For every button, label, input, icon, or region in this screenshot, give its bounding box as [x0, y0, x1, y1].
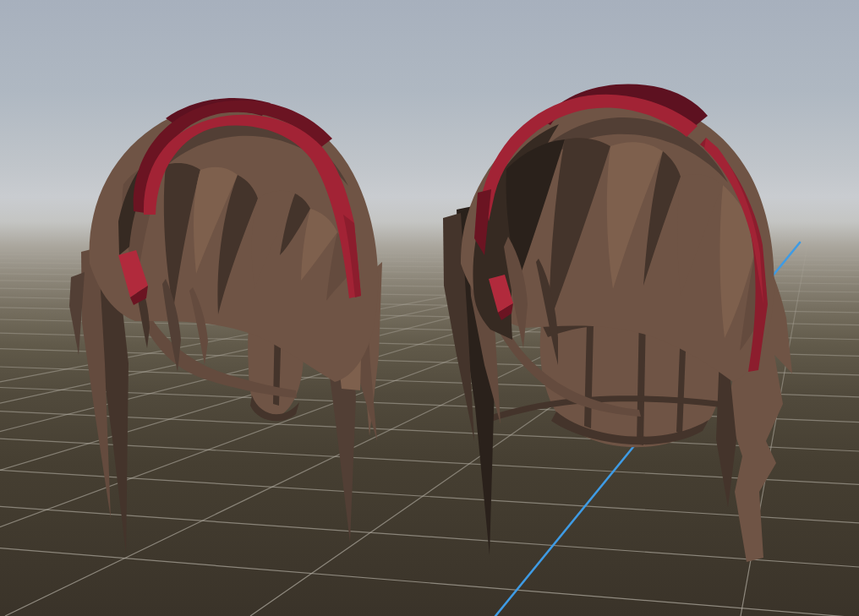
viewport-3d[interactable]: [0, 0, 859, 616]
scene-canvas[interactable]: [0, 0, 859, 616]
